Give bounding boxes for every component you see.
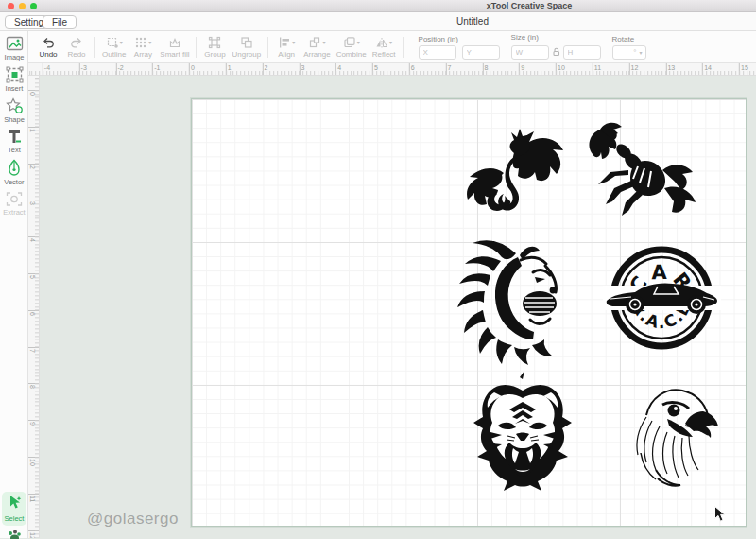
chevron-down-icon: ▾ xyxy=(357,39,360,45)
group-button[interactable]: Group xyxy=(200,33,229,61)
redo-icon xyxy=(70,35,83,49)
ruler-label: 9 xyxy=(29,422,36,426)
ruler-label: 5 xyxy=(29,275,36,279)
ruler-label: 10 xyxy=(29,459,36,466)
menubar: Settings File Untitled xyxy=(0,12,756,31)
sidebar-item-label: Extract xyxy=(0,208,28,217)
position-x-input[interactable] xyxy=(419,45,456,60)
ruler-label: 13 xyxy=(667,64,675,71)
sidebar-item-insert[interactable]: Insert xyxy=(0,61,28,93)
eagle-clipart[interactable] xyxy=(620,377,719,489)
chevron-down-icon: ▾ xyxy=(389,39,392,45)
ruler-label: 1 xyxy=(228,64,232,71)
reflect-icon: ▾ xyxy=(375,35,392,49)
zoom-window-icon[interactable] xyxy=(30,3,37,9)
artboard[interactable]: CAR R.A.C.E xyxy=(191,98,747,527)
ruler-label: 12 xyxy=(29,532,36,538)
file-button[interactable]: File xyxy=(43,15,77,29)
scorpion-clipart[interactable] xyxy=(579,121,708,218)
reflect-button[interactable]: ▾ Reflect xyxy=(369,33,399,61)
select-tool-label: Select xyxy=(2,514,26,523)
ruler-label: 15 xyxy=(741,64,748,71)
document-title: Untitled xyxy=(435,16,510,26)
ruler-label: 11 xyxy=(29,496,36,502)
close-window-icon[interactable] xyxy=(8,3,14,9)
outline-icon: ▾ xyxy=(106,35,123,49)
size-w-input[interactable] xyxy=(511,45,549,60)
dragon-clipart[interactable] xyxy=(459,124,573,220)
vector-icon xyxy=(0,159,28,177)
ruler-label: 1 xyxy=(29,129,36,132)
toolbar-divider xyxy=(267,37,268,58)
extract-icon xyxy=(0,191,28,207)
ruler-label: 9 xyxy=(521,64,524,71)
array-button[interactable]: ▾ Array xyxy=(129,33,157,61)
toolbar-divider xyxy=(94,37,95,58)
undo-button[interactable]: Undo xyxy=(34,33,62,61)
ruler-label: -4 xyxy=(44,64,50,71)
paw-icon xyxy=(7,530,22,539)
horizontal-ruler: -4-3-2-10123456789101112131415 xyxy=(28,63,756,76)
chevron-down-icon: ▾ xyxy=(148,39,151,45)
chevron-down-icon: ▾ xyxy=(120,39,123,45)
ruler-label: 6 xyxy=(411,64,415,71)
align-button[interactable]: ▾ Align xyxy=(272,33,301,61)
sidebar-item-image[interactable]: Image xyxy=(0,31,28,61)
redo-button[interactable]: Redo xyxy=(62,33,91,61)
size-label: Size (in) xyxy=(511,33,601,42)
ruler-label: 3 xyxy=(301,64,304,71)
combine-button[interactable]: ▾ Combine xyxy=(334,33,369,61)
ruler-label: 11 xyxy=(594,64,601,71)
position-y-input[interactable] xyxy=(462,45,500,60)
toolbar: Undo Redo ▾ Outline xyxy=(28,31,756,63)
minimize-window-icon[interactable] xyxy=(19,3,26,9)
ruler-label: 6 xyxy=(29,312,36,316)
sidebar-item-label: Shape xyxy=(0,115,28,124)
sidebar-item-extract: Extract xyxy=(0,186,28,217)
ruler-label: 14 xyxy=(704,64,712,71)
insert-icon xyxy=(0,66,28,83)
sidebar-item-label: Vector xyxy=(0,178,28,186)
size-group: Size (in) xyxy=(511,33,601,61)
sidebar-item-vector[interactable]: Vector xyxy=(0,154,28,186)
size-h-input[interactable] xyxy=(563,45,601,60)
smart-fill-button[interactable]: Smart fill xyxy=(157,33,192,61)
arrange-button[interactable]: ▾ Arrange xyxy=(301,33,333,61)
position-label: Position (in) xyxy=(419,35,500,43)
shape-icon xyxy=(0,97,28,114)
tiger-clipart[interactable] xyxy=(466,370,579,496)
align-icon: ▾ xyxy=(278,35,295,49)
toolbar-divider xyxy=(403,37,404,58)
rotate-group: Rotate ° ▾ xyxy=(612,35,646,60)
ruler-label: 0 xyxy=(191,64,195,71)
combine-icon: ▾ xyxy=(343,35,360,49)
ruler-label: 0 xyxy=(29,92,36,96)
ruler-label: 2 xyxy=(29,165,36,169)
car-race-badge[interactable]: CAR R.A.C.E xyxy=(603,245,721,354)
chevron-down-icon: ▾ xyxy=(292,39,295,45)
outline-button[interactable]: ▾ Outline xyxy=(99,33,129,61)
sidebar-item-text[interactable]: Text xyxy=(0,124,28,154)
lock-ratio-icon[interactable] xyxy=(552,43,560,61)
vertical-ruler: 0123456789101112 xyxy=(28,76,40,538)
ungroup-button[interactable]: Ungroup xyxy=(229,33,264,61)
select-tool-button[interactable]: Select xyxy=(2,492,26,526)
watermark: @golasergo xyxy=(87,510,179,529)
toolbar-divider xyxy=(196,37,197,58)
ruler-label: 3 xyxy=(29,201,36,205)
ruler-label: -1 xyxy=(154,64,160,71)
canvas-area[interactable]: -4-3-2-10123456789101112131415 012345678… xyxy=(28,63,756,538)
smart-fill-icon xyxy=(168,35,181,49)
window-title: xTool Creative Space xyxy=(472,1,586,10)
left-sidebar: Image Insert Shape Text xyxy=(0,31,28,538)
sidebar-item-label: Image xyxy=(0,53,28,61)
titlebar: xTool Creative Space xyxy=(0,0,756,12)
mouse-cursor-icon xyxy=(713,505,726,527)
lion-clipart[interactable] xyxy=(438,235,579,367)
sidebar-item-shape[interactable]: Shape xyxy=(0,93,28,124)
ruler-label: 4 xyxy=(29,238,36,242)
undo-icon xyxy=(42,35,55,49)
rotate-select[interactable]: ° ▾ xyxy=(612,45,646,60)
select-cursor-icon xyxy=(7,496,23,513)
ruler-label: 8 xyxy=(484,64,488,71)
